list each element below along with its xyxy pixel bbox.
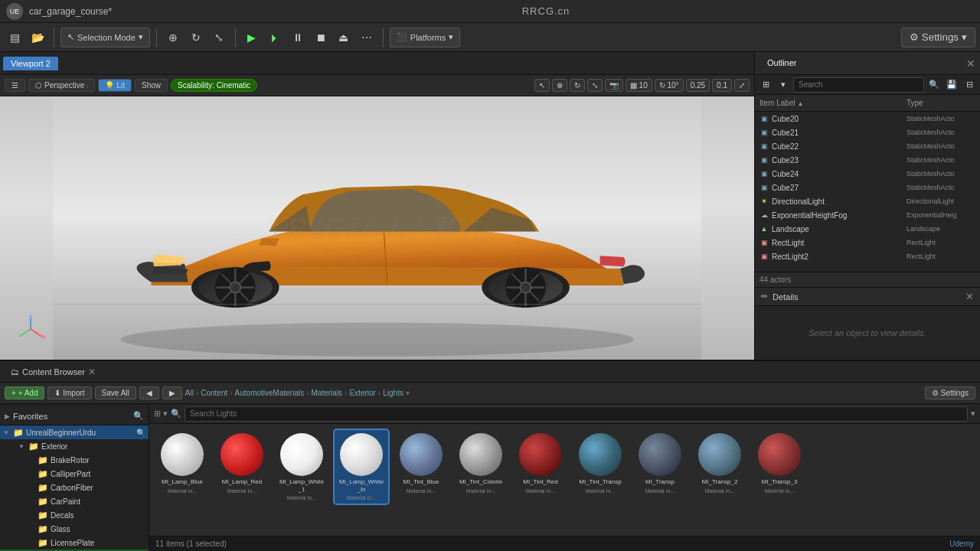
transform-icon[interactable]: ⊕ [163, 28, 183, 47]
outliner-tab[interactable]: Outliner [760, 56, 805, 71]
bc-all[interactable]: All [185, 389, 194, 397]
eject-button[interactable]: ⏏ [334, 28, 354, 47]
perspective-button[interactable]: ⬡ Perspective . [28, 79, 95, 92]
content-browser-tab[interactable]: 🗂 Content Browser ✕ [5, 365, 102, 379]
asset-item[interactable]: MI_Tint_Colorle Material In... [454, 430, 508, 504]
outliner-item[interactable]: ☀ DirectionalLight DirectionalLight [755, 194, 980, 208]
cb-settings-button[interactable]: ⚙ Settings [925, 386, 975, 399]
add-button[interactable]: + + Add [5, 386, 44, 399]
bc-materials[interactable]: Materials [312, 389, 343, 397]
rotate-icon[interactable]: ↻ [186, 28, 206, 47]
asset-item[interactable]: MI_Transp_2 Material In... [693, 430, 746, 504]
filter-options-button[interactable]: ⊞ ▾ [154, 409, 168, 419]
outliner-item[interactable]: ▣ RectLight RectLight [755, 236, 980, 249]
scale-icon[interactable]: ⤡ [209, 28, 229, 47]
content-search-input[interactable] [185, 406, 968, 422]
scale-snap-2-button[interactable]: 0.1 [712, 79, 732, 92]
outliner-search-icon[interactable]: 🔍 [926, 77, 942, 93]
asset-name-label: MI_Tint_Red [523, 478, 558, 486]
outliner-item[interactable]: ▣ Cube24 StaticMeshActo [755, 167, 980, 181]
cursor-tool-button[interactable]: ↖ [534, 79, 550, 92]
tree-folder-item[interactable]: 📁 Glass [0, 522, 149, 536]
outliner-item[interactable]: ▲ Landscape Landscape [755, 222, 980, 236]
tree-folder-item[interactable]: 📁 CarbonFiber [0, 481, 149, 494]
asset-item[interactable]: MI_Transp_3 Material In... [753, 430, 806, 504]
asset-item[interactable]: MI_Tint_Red Material In... [514, 430, 567, 504]
bc-automotive[interactable]: AutomotiveMaterials [235, 389, 305, 397]
simulate-button[interactable]: ⏵ [265, 28, 285, 47]
scale-snap-value-button[interactable]: 0.25 [686, 79, 710, 92]
tree-folder-item[interactable]: 📁 CarPaint [0, 494, 149, 508]
new-level-icon[interactable]: ▤ [5, 28, 24, 47]
project-root-item[interactable]: ▼ 📁 UnrealBeginnerUrdu 🔍 [0, 425, 149, 439]
item-name-label: ExponentialHeightFog [772, 211, 903, 220]
items-count-label: 11 items (1 selected) [155, 540, 227, 548]
3d-viewport[interactable]: Z X RRCG.cn 人人素材 [0, 96, 754, 360]
lit-button[interactable]: 💡 Lit [98, 79, 132, 92]
history-back-button[interactable]: ◀ [139, 386, 159, 399]
tree-folder-item[interactable]: ▼ 📁 Exterior [0, 439, 149, 453]
translate-snap-button[interactable]: ⊕ [552, 79, 567, 92]
hamburger-menu-button[interactable]: ☰ [5, 79, 25, 92]
tree-folder-item[interactable]: 📁 LicensePlate [0, 536, 149, 549]
bc-lights[interactable]: Lights [383, 389, 403, 397]
bc-content[interactable]: Content [201, 389, 227, 397]
asset-item[interactable]: MI_Lamp_White_In Material In... [335, 430, 388, 504]
project-search-icon[interactable]: 🔍 [136, 429, 145, 437]
outliner-settings-icon[interactable]: ▾ [776, 77, 791, 93]
scale-snap-button[interactable]: ⤡ [587, 79, 603, 92]
outliner-save-icon[interactable]: 💾 [944, 77, 959, 93]
import-button[interactable]: ⬇ Import [47, 386, 91, 399]
asset-item[interactable]: MI_Lamp_Red Material In... [215, 430, 269, 504]
search-dropdown-icon[interactable]: ▾ [971, 409, 975, 419]
asset-item[interactable]: MI_Tint_Blue Material In... [394, 430, 448, 504]
col-type-label[interactable]: Type [906, 99, 975, 107]
history-forward-button[interactable]: ▶ [162, 386, 182, 399]
col-item-label[interactable]: Item Label ▲ [760, 99, 906, 107]
settings-button[interactable]: ⚙ Settings ▾ [901, 28, 975, 47]
play-button[interactable]: ▶ [242, 28, 262, 47]
favorites-header[interactable]: ▶ Favorites 🔍 [0, 407, 149, 425]
asset-item[interactable]: MI_Transp Material In... [633, 430, 687, 504]
stop-button[interactable]: ⏹ [311, 28, 331, 47]
grid-size-button[interactable]: ▦ 10 [626, 79, 652, 92]
favorites-search-icon[interactable]: 🔍 [133, 411, 144, 421]
camera-speed-button[interactable]: 📷 [605, 79, 623, 92]
tree-folder-item[interactable]: 📁 BrakeRotor [0, 453, 149, 467]
maximize-button[interactable]: ⤢ [734, 79, 750, 92]
outliner-search-input[interactable] [793, 77, 924, 93]
outliner-item[interactable]: ▣ Cube27 StaticMeshActo [755, 181, 980, 194]
platforms-button[interactable]: ⬛ Platforms ▾ [390, 28, 460, 47]
save-all-button[interactable]: Save All [95, 386, 136, 399]
outliner-filter-icon[interactable]: ⊞ [758, 77, 773, 93]
viewport-2-tab[interactable]: Viewport 2 [3, 57, 58, 70]
open-level-icon[interactable]: 📂 [28, 28, 47, 47]
tree-folder-item[interactable]: 📁 Decals [0, 508, 149, 522]
outliner-item[interactable]: ▣ Cube20 StaticMeshActo [755, 112, 980, 126]
outliner-list: ▣ Cube20 StaticMeshActo ▣ Cube21 StaticM… [755, 112, 980, 272]
asset-item[interactable]: MI_Lamp_White_1 Material In... [275, 430, 328, 504]
folder-label: Exterior [41, 442, 67, 451]
more-options-icon[interactable]: ⋯ [357, 28, 377, 47]
outliner-item[interactable]: ▣ Cube23 StaticMeshActo [755, 153, 980, 167]
rotation-snap-button[interactable]: ↻ 10° [655, 79, 684, 92]
content-browser-close-icon[interactable]: ✕ [88, 367, 96, 377]
asset-item[interactable]: MI_Lamp_Blue Material In... [155, 430, 209, 504]
rotate-snap-button[interactable]: ↻ [570, 79, 585, 92]
show-button[interactable]: Show [135, 79, 168, 92]
outliner-item[interactable]: ▣ Cube22 StaticMeshActo [755, 139, 980, 153]
asset-thumbnail [161, 433, 204, 476]
outliner-close-button[interactable]: ✕ [966, 57, 975, 70]
details-close-button[interactable]: ✕ [965, 291, 974, 302]
outliner-item[interactable]: ▣ RectLight2 RectLight [755, 249, 980, 263]
outliner-item[interactable]: ☁ ExponentialHeightFog ExponentialHeig [755, 208, 980, 222]
udemy-link[interactable]: Udemy [949, 540, 974, 548]
scalability-button[interactable]: Scalability: Cinematic [171, 79, 257, 92]
pause-button[interactable]: ⏸ [288, 28, 308, 47]
outliner-grid-icon[interactable]: ⊟ [962, 77, 977, 93]
bc-exterior[interactable]: Exterior [349, 389, 375, 397]
tree-folder-item[interactable]: 📁 CalliperPart [0, 467, 149, 481]
asset-item[interactable]: MI_Tint_Transp Material In... [573, 430, 627, 504]
selection-mode-button[interactable]: ↖ Selection Mode ▾ [60, 28, 150, 47]
outliner-item[interactable]: ▣ Cube21 StaticMeshActo [755, 126, 980, 139]
